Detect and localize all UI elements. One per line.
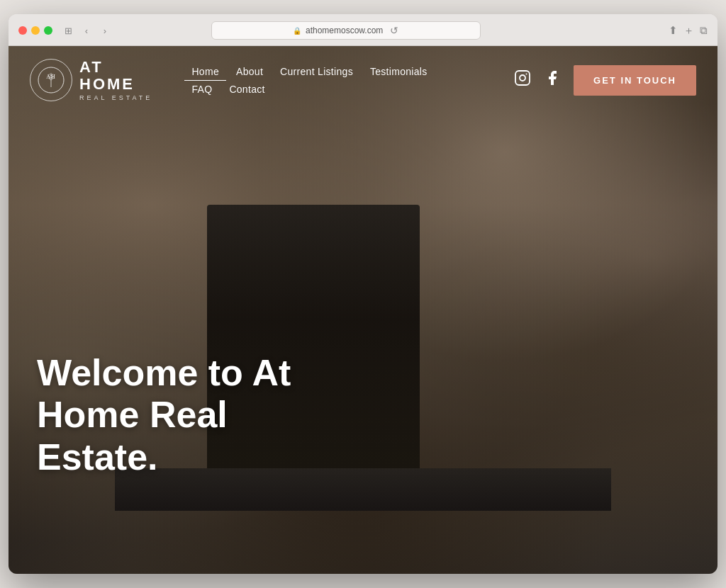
logo-circle: AH xyxy=(30,59,72,101)
website-container: AH AT HOME REAL ESTATE xyxy=(9,46,717,574)
forward-button[interactable]: › xyxy=(96,23,113,38)
nav-about[interactable]: About xyxy=(229,63,270,81)
logo-area: AH AT HOME REAL ESTATE xyxy=(30,59,156,101)
sidebar-toggle[interactable]: ⊞ xyxy=(60,23,77,38)
address-bar[interactable]: 🔒 athomemoscow.com ↺ xyxy=(211,21,481,40)
close-button[interactable] xyxy=(18,26,27,35)
reload-button[interactable]: ↺ xyxy=(390,25,398,36)
get-in-touch-button[interactable]: GET IN TOUCH xyxy=(574,65,696,96)
hero-content: Welcome to At Home Real Estate. xyxy=(37,352,335,479)
facebook-icon[interactable] xyxy=(544,69,561,91)
logo-sub-text: REAL ESTATE xyxy=(79,94,156,101)
maximize-button[interactable] xyxy=(44,26,52,35)
instagram-icon[interactable] xyxy=(514,69,531,91)
nav-testimonials[interactable]: Testimonials xyxy=(363,63,435,81)
minimize-button[interactable] xyxy=(31,26,40,35)
nav-faq[interactable]: FAQ xyxy=(184,81,219,98)
social-icons: GET IN TOUCH xyxy=(514,65,696,96)
svg-rect-9 xyxy=(515,71,530,85)
nav-arrows: ⊞ ‹ › xyxy=(60,23,113,38)
nav-links: Home About Current Listings Testimonials… xyxy=(184,63,500,98)
logo-main-text: AT HOME xyxy=(79,59,156,93)
browser-chrome: ⊞ ‹ › 🔒 athomemoscow.com ↺ ⬆ ＋ ⧉ xyxy=(9,14,717,46)
svg-point-10 xyxy=(520,75,525,81)
browser-actions: ⬆ ＋ ⧉ xyxy=(669,24,708,38)
back-button[interactable]: ‹ xyxy=(78,23,95,38)
share-icon[interactable]: ⬆ xyxy=(669,24,678,38)
nav-contact[interactable]: Contact xyxy=(222,81,272,98)
url-text: athomemoscow.com xyxy=(306,26,383,35)
browser-window: ⊞ ‹ › 🔒 athomemoscow.com ↺ ⬆ ＋ ⧉ xyxy=(9,14,717,574)
logo-icon: AH xyxy=(37,66,65,94)
svg-point-11 xyxy=(526,74,527,75)
hero-overlay xyxy=(9,46,717,574)
lock-icon: 🔒 xyxy=(293,27,301,35)
hero-title: Welcome to At Home Real Estate. xyxy=(37,352,335,479)
nav-row-1: Home About Current Listings Testimonials xyxy=(184,63,500,81)
nav-row-2: FAQ Contact xyxy=(184,81,500,98)
nav-home[interactable]: Home xyxy=(184,63,226,81)
traffic-lights xyxy=(18,26,52,35)
nav-current-listings[interactable]: Current Listings xyxy=(273,63,360,81)
navbar: AH AT HOME REAL ESTATE xyxy=(9,46,717,114)
new-tab-icon[interactable]: ＋ xyxy=(683,24,694,38)
logo-text: AT HOME REAL ESTATE xyxy=(79,59,156,101)
tabs-icon[interactable]: ⧉ xyxy=(700,24,708,38)
